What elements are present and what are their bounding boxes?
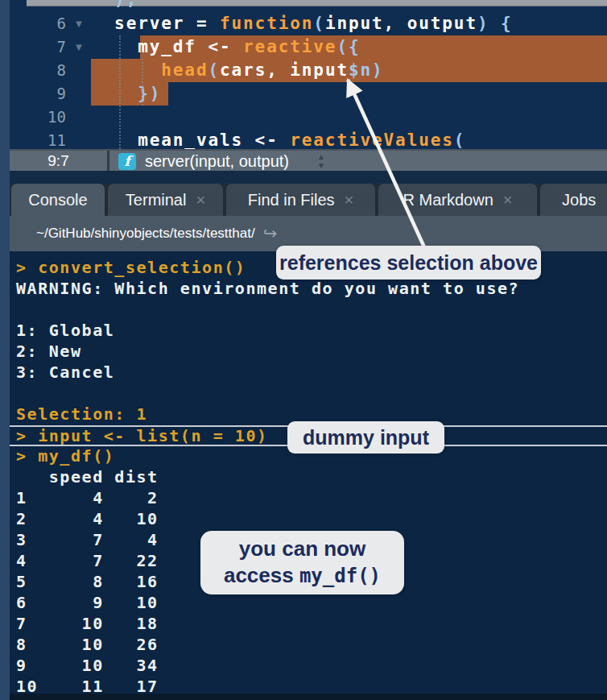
console-line [10,383,607,404]
console-line: 3: Cancel [10,362,607,383]
console-line: 9 10 34 [10,656,607,677]
console-line: 1: Global [10,321,607,342]
console-line: WARNING: Which environment do you want t… [10,279,607,300]
tab-label: Terminal [126,191,187,209]
tab-label: Jobs [562,191,596,209]
tab-label: R Markdown [403,191,493,209]
rstudio-window: ),6▼ server = function(input, output) {7… [0,0,607,700]
console-line: 6 9 10 [10,593,607,614]
fold-arrow-icon[interactable]: ▼ [71,35,87,59]
code-text: head(cars, input$n) [91,59,384,82]
fold-arrow-icon[interactable]: ▼ [71,12,87,35]
code-line: ), [10,0,607,11]
tab-jobs[interactable]: Jobs× [540,184,607,216]
code-text: my_df <- reactive({ [91,35,361,59]
code-text: server = function(input, output) { [91,12,513,35]
console-line: speed dist [10,467,607,488]
tab-find-in-files[interactable]: Find in Files× [226,184,375,216]
line-number: 8 [10,59,66,82]
code-text: }) [91,82,161,106]
line-number: 7 [10,35,66,59]
source-editor-pane[interactable]: ),6▼ server = function(input, output) {7… [10,0,607,171]
tab-r-markdown[interactable]: R Markdown× [378,184,537,216]
code-line: 9 }) [10,82,607,106]
access-note-line1: you can now [239,536,365,562]
indent-guide [119,35,121,152]
access-note: you can now access my_df() [200,531,404,594]
code-line: 8 head(cars, input$n) [10,59,607,82]
access-note-code: my_df() [299,565,381,587]
line-number: 9 [10,82,66,106]
code-line: 10 [10,106,607,129]
line-number: 6 [10,12,66,35]
function-icon: f [118,153,136,170]
code-line: 6▼ server = function(input, output) { [10,12,607,35]
close-icon[interactable]: × [196,191,205,209]
console-line [10,300,607,321]
working-directory-path: ~/GitHub/shinyobjects/tests/testthat/ [36,226,255,242]
indent-guide [142,59,143,106]
console-line: 2 4 10 [10,509,607,530]
console-line: 2: New [10,342,607,362]
cursor-position: 9:7 [10,151,107,171]
close-icon[interactable]: × [503,191,513,209]
dummy-input-note: dummy input [287,421,444,454]
status-divider [107,151,109,171]
console-bottom-edge [10,694,607,700]
console-tab-bar: ConsoleTerminal×Find in Files×R Markdown… [10,184,607,216]
pane-divider[interactable] [10,171,607,184]
tab-label: Console [28,191,87,209]
code-text: ), [91,0,138,11]
scope-chevron-updown-icon[interactable]: ▲ ▼ [316,152,327,170]
editor-status-bar: 9:7 f server(input, output) ▲ ▼ [10,149,607,171]
tab-label: Find in Files [248,191,335,209]
access-note-line2: access my_df() [224,562,381,590]
console-output[interactable]: > convert_selection()WARNING: Which envi… [10,251,607,700]
console-line: 1 4 2 [10,488,607,509]
tab-terminal[interactable]: Terminal× [108,184,223,216]
code-line: 7▼ my_df <- reactive({ [10,35,607,59]
console-line: 8 10 26 [10,635,607,656]
reference-note: references selection above [276,246,541,280]
tab-console[interactable]: Console [11,184,105,216]
line-number: 10 [10,106,66,129]
close-icon[interactable]: × [345,191,354,209]
function-scope-selector[interactable]: server(input, output) [145,151,289,171]
goto-directory-icon[interactable]: ↪ [263,224,278,243]
console-line: 7 10 18 [10,614,607,635]
